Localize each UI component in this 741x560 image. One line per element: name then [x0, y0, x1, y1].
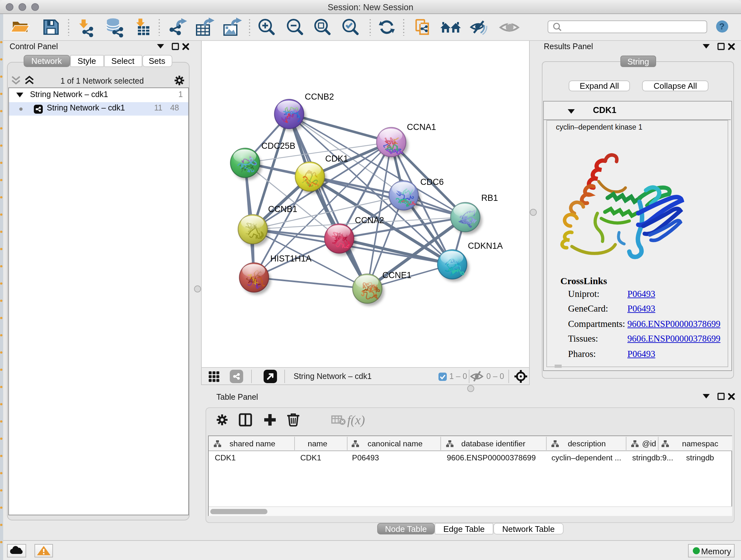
svg-text:namespac: namespac [682, 439, 718, 448]
svg-text:9606.ENSP00000378699: 9606.ENSP00000378699 [447, 453, 536, 462]
svg-text:shared name: shared name [229, 439, 275, 448]
svg-text:stringdb:9...: stringdb:9... [632, 453, 673, 462]
svg-text:String Network – cdk1: String Network – cdk1 [293, 372, 372, 381]
svg-text:CCNB1: CCNB1 [268, 204, 297, 213]
svg-text:CDC25B: CDC25B [261, 141, 295, 150]
svg-text:stringdb: stringdb [686, 453, 714, 462]
svg-text:CDKN1A: CDKN1A [468, 241, 503, 250]
svg-text:CCNE1: CCNE1 [382, 270, 412, 280]
svg-text:description: description [567, 439, 605, 448]
svg-text:RB1: RB1 [481, 193, 498, 202]
svg-text:CDC6: CDC6 [420, 177, 444, 186]
svg-text:database identifier: database identifier [461, 439, 525, 448]
svg-text:CDK1: CDK1 [325, 153, 348, 163]
svg-text:1 – 0: 1 – 0 [449, 372, 467, 381]
svg-text:0 – 0: 0 – 0 [486, 372, 504, 381]
svg-text:CDK1: CDK1 [300, 453, 321, 462]
svg-text:P06493: P06493 [352, 453, 379, 462]
svg-text:f(x): f(x) [347, 413, 365, 427]
svg-text:CCNA1: CCNA1 [407, 122, 436, 132]
svg-text:HIST1H1A: HIST1H1A [270, 253, 312, 263]
svg-text:CCNB2: CCNB2 [305, 91, 334, 101]
svg-text:canonical name: canonical name [367, 439, 422, 448]
svg-text:@id: @id [642, 439, 656, 448]
svg-text:cyclin–dependent ...: cyclin–dependent ... [551, 453, 621, 462]
svg-text:CDK1: CDK1 [214, 453, 235, 462]
svg-text:CCNA2: CCNA2 [355, 215, 384, 225]
svg-text:name: name [307, 439, 327, 448]
